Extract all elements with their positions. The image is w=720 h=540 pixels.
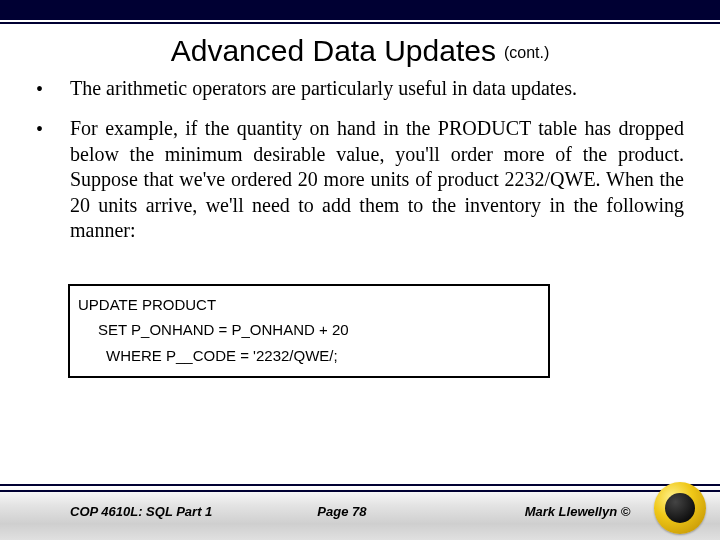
bullet-list: • The arithmetic operators are particula… [0, 76, 720, 244]
top-underline [0, 22, 720, 24]
footer-course: COP 4610L: SQL Part 1 [70, 504, 247, 519]
top-bar [0, 0, 720, 20]
code-line: SET P_ONHAND = P_ONHAND + 20 [78, 317, 548, 343]
bullet-mark: • [36, 116, 70, 244]
code-line: UPDATE PRODUCT [78, 292, 548, 318]
list-item: • For example, if the quantity on hand i… [36, 116, 684, 244]
list-item: • The arithmetic operators are particula… [36, 76, 684, 102]
footer: COP 4610L: SQL Part 1 Page 78 Mark Llewe… [0, 484, 720, 540]
bullet-mark: • [36, 76, 70, 102]
code-line: WHERE P__CODE = '2232/QWE/; [78, 343, 548, 369]
title-cont: (cont.) [504, 44, 549, 61]
code-box: UPDATE PRODUCT SET P_ONHAND = P_ONHAND +… [68, 284, 550, 379]
ucf-logo-icon [654, 482, 706, 534]
slide-title: Advanced Data Updates (cont.) [0, 34, 720, 68]
bullet-text: For example, if the quantity on hand in … [70, 116, 684, 244]
title-main: Advanced Data Updates [171, 34, 496, 67]
footer-page: Page 78 [247, 504, 494, 519]
footer-rule [0, 490, 720, 492]
bullet-text: The arithmetic operators are particularl… [70, 76, 577, 102]
